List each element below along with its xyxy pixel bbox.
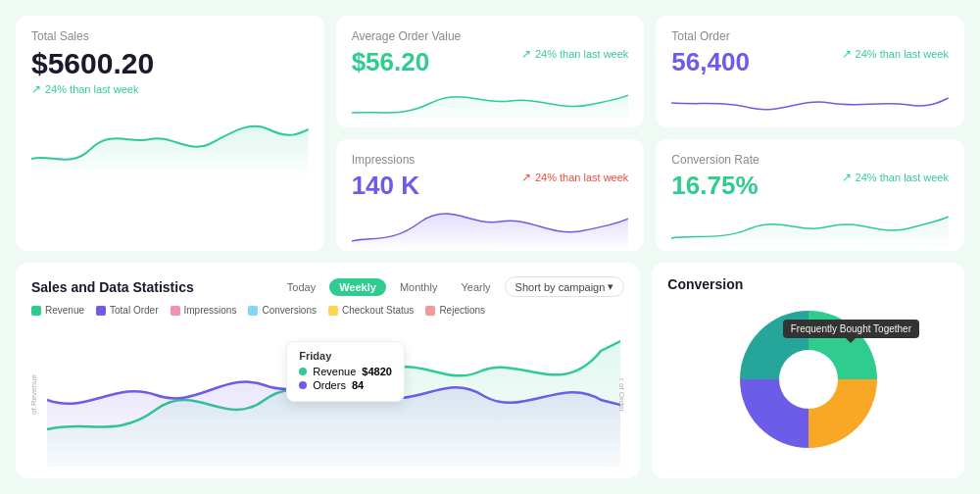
legend-revenue: Revenue (31, 305, 84, 316)
y-axis-label-right: r of Order (611, 321, 626, 469)
conversion-rate-card: Conversion Rate 16.75% ↗ 24% than last w… (656, 139, 964, 251)
tooltip-orders-dot (299, 381, 307, 389)
total-order-value: 56,400 (671, 47, 750, 77)
impressions-value: 140 K (352, 171, 419, 201)
donut-label: Frequently Bought Together (783, 320, 919, 338)
legend-dot-order (96, 306, 106, 316)
conversion-rate-title: Conversion Rate (671, 153, 949, 167)
stats-controls: Today Weekly Monthly Yearly Short by cam… (277, 276, 625, 297)
total-order-title: Total Order (671, 29, 949, 43)
top-row: Total Sales $5600.20 ↗ 24% than last wee… (16, 16, 964, 251)
total-sales-card: Total Sales $5600.20 ↗ 24% than last wee… (16, 16, 324, 251)
conversion-rate-chart (671, 207, 949, 251)
y-axis-label: of Revenue (29, 321, 45, 469)
legend-total-order: Total Order (96, 305, 158, 316)
avg-order-value: $56.20 (352, 47, 430, 77)
avg-order-chart (352, 83, 629, 127)
legend-rejections: Rejections (425, 305, 485, 316)
conversion-title: Conversion (667, 276, 949, 292)
conversion-card: Conversion Frequently Bought Together (652, 263, 964, 478)
stats-header: Sales and Data Statistics Today Weekly M… (31, 276, 624, 297)
impressions-badge: ↗ 24% than last week (521, 171, 628, 184)
impressions-card: Impressions 140 K ↗ 24% than last week (336, 139, 645, 251)
impressions-chart (352, 207, 629, 251)
chart-tooltip: Friday Revenue $4820 Orders 84 (286, 341, 405, 402)
middle-col: Average Order Value $56.20 ↗ 24% than la… (336, 16, 645, 251)
arrow-up-icon4: ↗ (842, 47, 852, 61)
stats-card: Sales and Data Statistics Today Weekly M… (16, 263, 640, 478)
total-sales-value: $5600.20 (31, 47, 309, 80)
arrow-up-icon3: ↗ (521, 171, 531, 184)
total-sales-badge: ↗ 24% than last week (31, 82, 309, 96)
total-sales-title: Total Sales (31, 29, 309, 43)
arrow-up-icon2: ↗ (521, 47, 531, 61)
chevron-down-icon: ▾ (608, 280, 613, 293)
avg-order-card: Average Order Value $56.20 ↗ 24% than la… (336, 16, 645, 127)
legend-impressions: Impressions (171, 305, 237, 316)
legend-dot-checkout (328, 306, 338, 316)
legend-dot-revenue (31, 306, 41, 316)
arrow-up-icon: ↗ (31, 82, 41, 96)
impressions-title: Impressions (352, 153, 629, 167)
avg-order-badge: ↗ 24% than last week (521, 47, 628, 61)
yearly-button[interactable]: Yearly (451, 278, 500, 296)
avg-order-title: Average Order Value (352, 29, 629, 43)
total-order-chart (671, 83, 949, 127)
conversion-rate-badge: ↗ 24% than last week (842, 171, 949, 184)
total-order-card: Total Order 56,400 ↗ 24% than last week (656, 16, 964, 127)
legend-dot-conversions (248, 306, 258, 316)
tooltip-revenue-dot (299, 368, 307, 375)
bottom-row: Sales and Data Statistics Today Weekly M… (16, 263, 964, 478)
total-order-badge: ↗ 24% than last week (842, 47, 949, 61)
legend-dot-impressions (171, 306, 180, 316)
total-sales-chart (31, 100, 309, 178)
legend-conversions: Conversions (248, 305, 317, 316)
campaign-dropdown[interactable]: Short by campaign ▾ (505, 276, 625, 297)
donut-area: Frequently Bought Together (667, 300, 949, 459)
legend-dot-rejections (425, 306, 435, 316)
arrow-up-icon5: ↗ (842, 171, 852, 184)
conversion-rate-value: 16.75% (671, 171, 758, 201)
weekly-button[interactable]: Weekly (329, 278, 386, 296)
monthly-button[interactable]: Monthly (390, 278, 448, 296)
dashboard: Total Sales $5600.20 ↗ 24% than last wee… (16, 16, 964, 478)
stats-title: Sales and Data Statistics (31, 279, 194, 295)
legend-checkout: Checkout Status (328, 305, 414, 316)
chart-legend: Revenue Total Order Impressions Conversi… (31, 305, 624, 316)
tooltip-revenue-row: Revenue $4820 (299, 366, 392, 377)
stats-chart: of Revenue r of Order (31, 321, 624, 469)
svg-point-1 (779, 350, 838, 409)
tooltip-day: Friday (299, 350, 392, 362)
right-col: Total Order 56,400 ↗ 24% than last week … (656, 16, 964, 251)
today-button[interactable]: Today (277, 278, 325, 296)
tooltip-orders-row: Orders 84 (299, 379, 392, 391)
